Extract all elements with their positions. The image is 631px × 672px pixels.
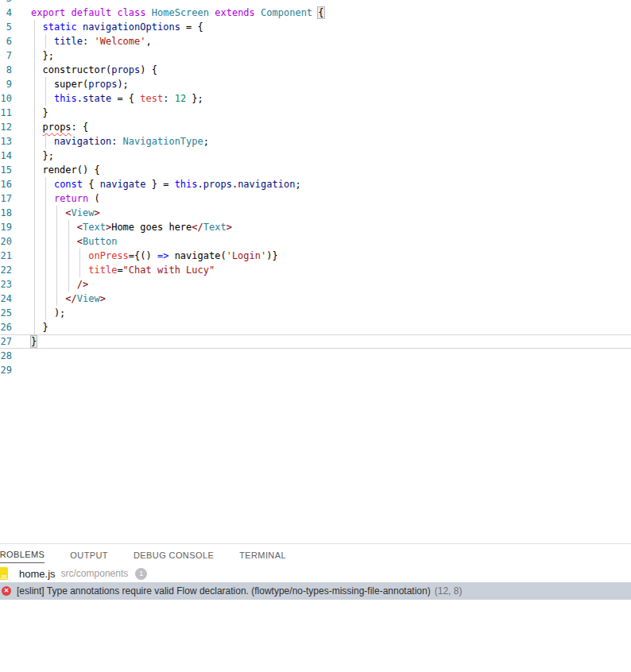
code-line[interactable]: 16 const { navigate } = this.props.navig… xyxy=(0,177,631,191)
line-number[interactable]: 11 xyxy=(0,106,12,120)
file-name: home.js xyxy=(19,568,56,580)
tab-terminal[interactable]: TERMINAL xyxy=(239,546,286,563)
line-number[interactable]: 21 xyxy=(0,249,12,263)
line-number[interactable]: 13 xyxy=(0,134,12,149)
code-line[interactable]: 18 <View> xyxy=(0,206,631,220)
code-line[interactable]: 21 onPress={() => navigate('Login')} xyxy=(0,249,631,263)
code-line[interactable]: 13 navigation: NavigationType; xyxy=(0,134,631,149)
code-token: }; xyxy=(31,50,54,61)
code-line[interactable]: 25 ); xyxy=(0,306,631,320)
line-number[interactable]: 27 xyxy=(0,334,12,349)
code-text: <Text>Home goes here</Text> xyxy=(31,220,232,234)
line-number[interactable]: 10 xyxy=(0,91,12,106)
code-token: title xyxy=(88,265,117,276)
code-text: props: { xyxy=(31,120,88,134)
code-line[interactable]: 23 /> xyxy=(0,277,631,292)
code-text: const { navigate } = this.props.navigati… xyxy=(31,177,301,191)
code-line[interactable]: 15 render() { xyxy=(0,163,631,177)
problem-row[interactable]: ✕ [eslint] Type annotations require vali… xyxy=(0,582,631,600)
line-number[interactable]: 8 xyxy=(0,63,12,77)
line-number[interactable]: 4 xyxy=(0,6,12,20)
line-number[interactable]: 16 xyxy=(0,177,12,191)
code-token: < xyxy=(77,222,83,233)
code-token: this xyxy=(175,179,198,190)
code-line[interactable]: 9 super(props); xyxy=(0,77,631,91)
code-line[interactable]: 7 }; xyxy=(0,48,631,63)
code-token: HomeScreen xyxy=(152,7,209,18)
code-token: 12 xyxy=(175,93,186,104)
code-line[interactable]: 11 } xyxy=(0,106,631,120)
code-line[interactable]: 14 }; xyxy=(0,149,631,163)
code-line[interactable]: 4export default class HomeScreen extends… xyxy=(0,6,631,20)
code-token: 'Welcome' xyxy=(94,36,145,47)
code-token: state xyxy=(83,93,111,104)
code-token: "Chat with Lucy" xyxy=(123,265,215,276)
line-number[interactable]: 15 xyxy=(0,163,12,177)
code-token: 'Login' xyxy=(226,250,267,261)
code-line[interactable]: 3 xyxy=(0,0,631,6)
code-line[interactable]: 8 constructor(props) { xyxy=(0,63,631,77)
code-text: } xyxy=(31,334,37,349)
line-number[interactable]: 28 xyxy=(0,349,12,363)
code-token: } xyxy=(31,107,48,118)
line-number[interactable]: 17 xyxy=(0,191,12,206)
code-token: Button xyxy=(83,236,117,247)
line-number[interactable]: 24 xyxy=(0,292,12,306)
line-number[interactable]: 3 xyxy=(0,0,12,6)
code-token: { xyxy=(83,179,100,190)
code-token xyxy=(31,21,42,33)
code-line[interactable]: 10 this.state = { test: 12 }; xyxy=(0,91,631,106)
code-line[interactable]: 24 </View> xyxy=(0,292,631,306)
problem-message: [eslint] Type annotations require valid … xyxy=(17,585,431,597)
code-text: export default class HomeScreen extends … xyxy=(31,6,324,20)
line-number[interactable]: 19 xyxy=(0,220,12,234)
code-line[interactable]: 5 static navigationOptions = { xyxy=(0,20,631,34)
code-line[interactable]: 22 title="Chat with Lucy" xyxy=(0,263,631,277)
code-line[interactable]: 12 props: { xyxy=(0,120,631,134)
line-number[interactable]: 22 xyxy=(0,263,12,277)
line-number[interactable]: 7 xyxy=(0,48,12,63)
code-line[interactable]: 29 xyxy=(0,363,631,377)
problem-file-group-row[interactable]: JS home.js src/components 1 xyxy=(0,565,631,582)
code-token xyxy=(31,193,54,204)
line-number[interactable]: 20 xyxy=(0,234,12,249)
code-token: }; xyxy=(31,150,54,161)
code-text: return ( xyxy=(31,191,100,206)
line-number[interactable]: 29 xyxy=(0,363,12,377)
code-token: : { xyxy=(72,122,89,133)
line-number[interactable]: 5 xyxy=(0,20,12,34)
tab-output[interactable]: OUTPUT xyxy=(70,546,108,563)
line-number[interactable]: 6 xyxy=(0,34,12,48)
code-text: } xyxy=(31,106,48,120)
line-number[interactable]: 18 xyxy=(0,206,12,220)
line-number[interactable]: 12 xyxy=(0,120,12,134)
code-token: extends xyxy=(215,7,255,18)
code-text: static navigationOptions = { xyxy=(31,20,203,34)
line-number[interactable]: 23 xyxy=(0,277,12,292)
line-number[interactable]: 25 xyxy=(0,306,12,320)
code-token: super( xyxy=(31,79,88,90)
tab-debug-console[interactable]: DEBUG CONSOLE xyxy=(134,546,214,563)
code-editor[interactable]: 34export default class HomeScreen extend… xyxy=(0,0,631,543)
code-token: title xyxy=(54,36,83,47)
code-line[interactable]: 26 } xyxy=(0,320,631,334)
code-line[interactable]: 19 <Text>Home goes here</Text> xyxy=(0,220,631,234)
code-token: , xyxy=(146,36,152,47)
line-number[interactable]: 26 xyxy=(0,320,12,334)
line-number[interactable]: 9 xyxy=(0,77,12,91)
code-line[interactable]: 28 xyxy=(0,349,631,363)
panel-tabs: PROBLEMSOUTPUTDEBUG CONSOLETERMINAL xyxy=(0,544,631,565)
code-token: : xyxy=(163,93,174,104)
code-token: return xyxy=(54,193,88,204)
code-line[interactable]: 20 <Button xyxy=(0,234,631,249)
code-line[interactable]: 27} xyxy=(0,334,631,349)
code-text: onPress={() => navigate('Login')} xyxy=(31,249,278,263)
code-token xyxy=(31,122,42,133)
code-line[interactable]: 6 title: 'Welcome', xyxy=(0,34,631,48)
line-number[interactable]: 14 xyxy=(0,149,12,163)
tab-problems[interactable]: PROBLEMS xyxy=(0,546,45,563)
code-line[interactable]: 17 return ( xyxy=(0,191,631,206)
code-token: default xyxy=(72,7,112,18)
code-token: navigate( xyxy=(168,250,226,261)
code-token: { xyxy=(318,7,323,18)
